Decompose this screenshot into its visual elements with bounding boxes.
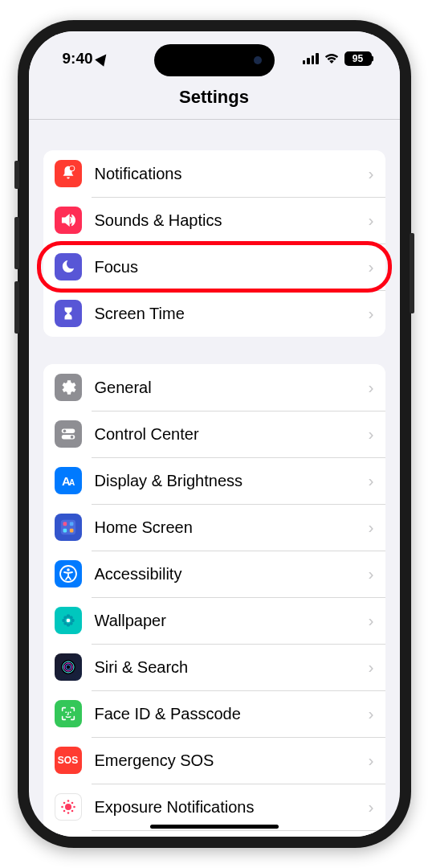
sos-icon: SOS <box>55 747 82 774</box>
power-button <box>410 233 414 313</box>
home-indicator[interactable] <box>150 825 279 829</box>
moon-icon <box>55 253 82 280</box>
settings-group-1: Notifications › Sounds & Haptics › Focus <box>43 150 385 337</box>
svg-point-1 <box>69 166 74 171</box>
page-title: Settings <box>29 76 400 120</box>
grid-icon <box>55 514 82 541</box>
row-label: Focus <box>95 258 356 276</box>
switches-icon <box>55 420 82 448</box>
chevron-right-icon: › <box>369 378 374 397</box>
svg-point-18 <box>62 619 66 623</box>
svg-rect-10 <box>69 522 73 526</box>
svg-point-5 <box>70 436 73 439</box>
svg-point-22 <box>63 622 67 625</box>
exposure-icon <box>55 793 82 821</box>
status-time: 9:40 <box>63 50 93 68</box>
svg-point-33 <box>61 806 63 809</box>
row-label: Home Screen <box>95 518 356 537</box>
row-label: Control Center <box>95 425 356 444</box>
accessibility-icon <box>55 560 82 588</box>
phone-frame: 9:40 95 Settings <box>18 20 411 848</box>
row-label: General <box>95 379 356 397</box>
chevron-right-icon: › <box>369 211 374 230</box>
settings-row-sounds[interactable]: Sounds & Haptics › <box>43 197 385 244</box>
svg-point-34 <box>73 806 75 809</box>
dynamic-island <box>154 44 275 76</box>
svg-point-35 <box>63 802 65 805</box>
chevron-right-icon: › <box>369 564 374 583</box>
chevron-right-icon: › <box>369 657 374 677</box>
row-label: Screen Time <box>95 305 356 323</box>
speaker-icon <box>55 207 82 234</box>
settings-row-exposure[interactable]: Exposure Notifications › <box>43 784 385 830</box>
text-size-icon: AA <box>55 467 82 494</box>
svg-point-31 <box>67 800 69 802</box>
chevron-right-icon: › <box>369 611 374 630</box>
chevron-right-icon: › <box>369 257 374 276</box>
screen: 9:40 95 Settings <box>29 31 400 837</box>
status-left: 9:40 <box>63 50 108 68</box>
svg-point-24 <box>61 660 75 674</box>
svg-rect-9 <box>63 522 67 526</box>
wifi-icon <box>324 52 340 65</box>
chevron-right-icon: › <box>369 164 374 183</box>
chevron-right-icon: › <box>369 797 374 817</box>
face-id-icon <box>55 700 82 727</box>
settings-row-battery[interactable]: Battery › <box>43 830 385 837</box>
settings-row-general[interactable]: General › <box>43 364 385 411</box>
svg-point-32 <box>67 812 69 814</box>
svg-rect-8 <box>60 520 75 534</box>
settings-row-emergency-sos[interactable]: SOS Emergency SOS › <box>43 737 385 784</box>
row-label: Accessibility <box>95 565 356 583</box>
row-label: Sounds & Haptics <box>95 211 356 230</box>
settings-row-face-id[interactable]: Face ID & Passcode › <box>43 690 385 737</box>
settings-row-screen-time[interactable]: Screen Time › <box>43 290 385 337</box>
settings-row-siri[interactable]: Siri & Search › <box>43 644 385 690</box>
svg-point-3 <box>63 430 66 433</box>
siri-icon <box>55 653 82 681</box>
chevron-right-icon: › <box>369 304 374 323</box>
row-label: Siri & Search <box>95 658 356 677</box>
settings-row-focus[interactable]: Focus › <box>43 244 385 290</box>
gear-icon <box>55 374 82 401</box>
cellular-signal-icon <box>303 53 319 64</box>
mute-switch <box>14 161 19 189</box>
settings-row-display[interactable]: AA Display & Brightness › <box>43 457 385 504</box>
settings-list[interactable]: Notifications › Sounds & Haptics › Focus <box>29 120 400 837</box>
svg-point-14 <box>67 568 70 571</box>
settings-row-accessibility[interactable]: Accessibility › <box>43 551 385 597</box>
settings-row-control-center[interactable]: Control Center › <box>43 411 385 457</box>
svg-rect-11 <box>63 529 67 533</box>
svg-point-15 <box>66 619 70 623</box>
svg-point-30 <box>65 804 71 810</box>
volume-up-button <box>14 217 19 269</box>
flower-icon <box>55 607 82 634</box>
settings-row-notifications[interactable]: Notifications › <box>43 150 385 197</box>
svg-point-21 <box>69 616 72 619</box>
svg-text:A: A <box>69 478 75 487</box>
battery-percentage: 95 <box>353 53 363 64</box>
volume-down-button <box>14 281 19 334</box>
row-label: Face ID & Passcode <box>95 705 356 723</box>
svg-point-28 <box>65 711 67 713</box>
svg-point-17 <box>66 623 70 627</box>
chevron-right-icon: › <box>369 518 374 537</box>
row-label: Display & Brightness <box>95 472 356 490</box>
row-label: Notifications <box>95 165 356 183</box>
row-label: Exposure Notifications <box>95 798 356 817</box>
svg-point-38 <box>71 810 73 813</box>
settings-row-wallpaper[interactable]: Wallpaper › <box>43 597 385 644</box>
svg-point-19 <box>71 619 75 623</box>
row-label: Emergency SOS <box>95 751 356 770</box>
row-label: Wallpaper <box>95 612 356 630</box>
battery-indicator: 95 <box>344 51 372 66</box>
location-icon <box>95 51 111 67</box>
chevron-right-icon: › <box>369 424 374 444</box>
svg-rect-12 <box>69 529 73 533</box>
hourglass-icon <box>55 300 82 327</box>
status-right: 95 <box>303 51 372 66</box>
svg-point-36 <box>71 802 73 805</box>
svg-point-20 <box>63 616 67 619</box>
settings-row-home-screen[interactable]: Home Screen › <box>43 504 385 551</box>
chevron-right-icon: › <box>369 471 374 490</box>
